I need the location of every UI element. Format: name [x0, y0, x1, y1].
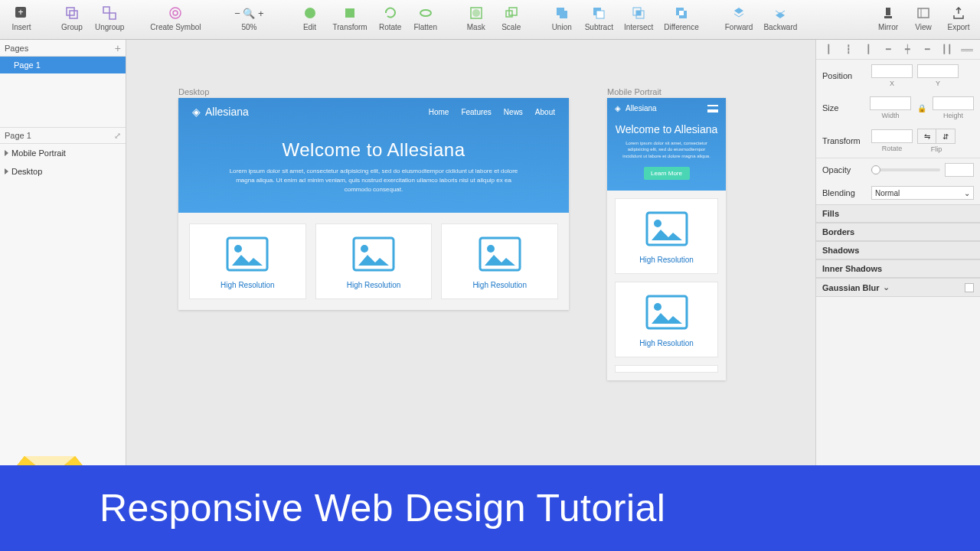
- distribute-v-icon[interactable]: ══: [962, 44, 972, 55]
- backward-icon: [772, 5, 789, 21]
- disclosure-icon[interactable]: [5, 150, 8, 156]
- flip-v-icon[interactable]: ⇵: [936, 129, 955, 143]
- nav-links: Home Features News About: [429, 108, 555, 116]
- zoom-control[interactable]: − 🔍 +50%: [223, 3, 276, 33]
- hero-mobile: ◈Allesiana Welcome to Allesiana Lorem ip…: [607, 98, 726, 191]
- opacity-slider[interactable]: [871, 168, 940, 171]
- scale-button[interactable]: Scale: [495, 3, 528, 33]
- view-button[interactable]: View: [906, 3, 940, 33]
- artboard-label-mobile[interactable]: Mobile Portrait: [607, 87, 662, 96]
- artboard-desktop[interactable]: ◈Allesiana Home Features News About Welc…: [178, 98, 569, 310]
- card: High Resolution: [615, 282, 718, 357]
- insert-button[interactable]: + Insert: [5, 3, 38, 33]
- svg-point-34: [487, 245, 495, 253]
- flip-h-icon[interactable]: ⇋: [918, 129, 936, 143]
- ungroup-button[interactable]: Ungroup: [90, 3, 129, 33]
- card: High Resolution: [615, 198, 718, 274]
- difference-button[interactable]: Difference: [659, 3, 703, 33]
- opacity-input[interactable]: [945, 163, 974, 177]
- create-symbol-button[interactable]: Create Symbol: [145, 3, 205, 33]
- align-bottom-icon[interactable]: ━: [923, 44, 933, 55]
- subtract-button[interactable]: Subtract: [580, 3, 618, 33]
- section-borders[interactable]: Borders: [816, 223, 980, 241]
- symbol-icon: [167, 5, 184, 21]
- svg-rect-9: [345, 8, 354, 18]
- rotate-button[interactable]: Rotate: [374, 3, 407, 33]
- pos-y-input[interactable]: [917, 64, 959, 78]
- transform-button[interactable]: Transform: [328, 3, 372, 33]
- align-right-icon[interactable]: ┃: [863, 44, 874, 55]
- ungroup-icon: [101, 5, 118, 21]
- svg-point-10: [420, 10, 431, 16]
- artboard-label-desktop[interactable]: Desktop: [178, 87, 209, 96]
- diamond-icon: ◈: [615, 104, 621, 112]
- section-fills[interactable]: Fills: [816, 204, 980, 223]
- transform-icon: [341, 5, 358, 21]
- flatten-icon: [417, 5, 434, 21]
- edit-button[interactable]: Edit: [293, 3, 327, 33]
- svg-point-7: [173, 11, 178, 15]
- height-input[interactable]: [933, 96, 974, 110]
- subtract-icon: [590, 5, 607, 21]
- page-item[interactable]: Page 1: [0, 57, 126, 73]
- artboard-mobile[interactable]: ◈Allesiana Welcome to Allesiana Lorem ip…: [607, 98, 726, 380]
- nav-news[interactable]: News: [504, 108, 523, 116]
- union-button[interactable]: Union: [545, 3, 579, 33]
- layer-mobile[interactable]: Mobile Portrait: [0, 144, 126, 162]
- pos-x-input[interactable]: [871, 64, 913, 78]
- nav-home[interactable]: Home: [429, 108, 449, 116]
- svg-rect-25: [886, 8, 890, 15]
- svg-point-38: [654, 303, 662, 311]
- blending-select[interactable]: Normal⌄: [871, 186, 974, 200]
- mask-button[interactable]: Mask: [459, 3, 493, 33]
- layers-toggle-icon[interactable]: ⤢: [114, 131, 121, 141]
- section-gaussian[interactable]: Gaussian Blur ⌄: [816, 278, 980, 297]
- section-inner-shadows[interactable]: Inner Shadows: [816, 259, 980, 278]
- layer-desktop[interactable]: Desktop: [0, 162, 126, 181]
- learn-more-button[interactable]: Learn More: [644, 167, 690, 180]
- mirror-icon: [880, 5, 897, 21]
- card: High Resolution: [315, 223, 433, 299]
- forward-button[interactable]: Forward: [720, 3, 758, 33]
- hero-title: Welcome to Allesiana: [192, 139, 555, 161]
- width-input[interactable]: [870, 96, 911, 110]
- forward-icon: [730, 5, 747, 21]
- hero-desktop: ◈Allesiana Home Features News About Welc…: [178, 98, 569, 213]
- diamond-icon: ◈: [192, 106, 201, 118]
- align-left-icon[interactable]: ┃: [824, 44, 835, 55]
- rotate-input[interactable]: [871, 129, 913, 143]
- card: High Resolution: [189, 223, 306, 299]
- pages-header: Pages +: [0, 40, 126, 57]
- chevron-down-icon[interactable]: ⌄: [883, 282, 890, 292]
- svg-point-36: [654, 220, 662, 227]
- export-button[interactable]: Export: [942, 3, 975, 33]
- section-shadows[interactable]: Shadows: [816, 241, 980, 259]
- distribute-h-icon[interactable]: ┃┃: [942, 44, 952, 55]
- group-icon: [64, 5, 80, 21]
- align-top-icon[interactable]: ━: [883, 44, 893, 55]
- flip-buttons[interactable]: ⇋⇵: [917, 129, 956, 144]
- svg-rect-5: [109, 13, 116, 19]
- add-page-icon[interactable]: +: [115, 42, 121, 54]
- align-middle-icon[interactable]: ┿: [903, 44, 913, 55]
- group-button[interactable]: Group: [55, 3, 89, 33]
- nav-features[interactable]: Features: [461, 108, 491, 116]
- nav-about[interactable]: About: [535, 108, 555, 116]
- gaussian-checkbox[interactable]: [965, 283, 974, 292]
- svg-rect-21: [636, 11, 641, 15]
- mirror-button[interactable]: Mirror: [871, 3, 905, 33]
- disclosure-icon[interactable]: [5, 168, 8, 174]
- brand: ◈Allesiana: [615, 104, 657, 112]
- intersect-button[interactable]: Intersect: [619, 3, 658, 33]
- hamburger-icon[interactable]: [707, 105, 718, 112]
- chevron-down-icon: ⌄: [964, 189, 970, 197]
- lock-icon[interactable]: 🔒: [916, 104, 928, 112]
- svg-rect-4: [103, 7, 109, 13]
- image-icon: [352, 236, 395, 272]
- edit-icon: [302, 5, 318, 21]
- flatten-button[interactable]: Flatten: [409, 3, 443, 33]
- layers-header: Page 1 ⤢: [0, 127, 126, 144]
- tutorial-banner: Responsive Web Design Tutorial: [0, 465, 980, 551]
- align-center-icon[interactable]: ┇: [844, 44, 854, 55]
- backward-button[interactable]: Backward: [759, 3, 802, 33]
